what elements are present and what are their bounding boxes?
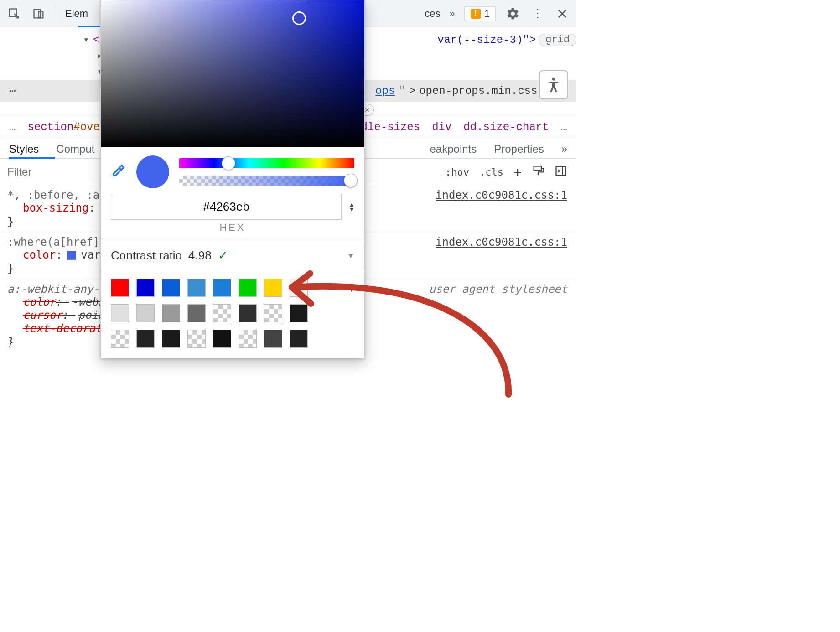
crumb[interactable]: div <box>432 121 451 133</box>
svg-point-3 <box>552 78 555 81</box>
palette-swatch[interactable] <box>264 304 282 322</box>
css-value: -webk <box>69 295 104 308</box>
tab-properties[interactable]: Properties <box>494 143 544 155</box>
palette-swatch[interactable] <box>213 304 231 322</box>
warning-icon <box>471 9 481 19</box>
palette-swatch[interactable] <box>111 304 129 322</box>
tab-elements[interactable]: Elem <box>65 8 88 20</box>
palette-swatch[interactable] <box>162 330 180 348</box>
contrast-value: 4.98 <box>188 249 212 263</box>
tab-sources-suffix[interactable]: ces <box>425 8 440 20</box>
contrast-section[interactable]: Contrast ratio 4.98 ✓ ▼ <box>101 240 364 271</box>
contrast-label: Contrast ratio <box>111 249 182 263</box>
color-swatch[interactable] <box>67 251 76 260</box>
hue-slider[interactable] <box>179 158 354 168</box>
text: open-props.min.css <box>419 85 537 97</box>
issues-badge[interactable]: 1 <box>464 6 496 21</box>
palette-swatch[interactable] <box>136 304 155 322</box>
current-color-preview <box>136 155 169 188</box>
format-spinner[interactable]: ▲▼ <box>349 202 354 212</box>
palette-swatch[interactable] <box>290 279 308 297</box>
select-element-icon[interactable] <box>6 6 22 21</box>
cls-toggle[interactable]: .cls <box>479 166 503 178</box>
toggle-sidebar-icon[interactable] <box>555 165 567 180</box>
palette-swatch[interactable] <box>290 304 308 322</box>
palette-swatch[interactable] <box>111 330 129 348</box>
svg-rect-5 <box>556 166 566 175</box>
palette-swatch[interactable] <box>187 330 206 348</box>
accessibility-button[interactable] <box>539 70 568 99</box>
color-picker: ▲▼ HEX Contrast ratio 4.98 ✓ ▼ ▲▼ <box>100 0 365 358</box>
saturation-cursor[interactable] <box>292 11 306 25</box>
palette-swatch[interactable] <box>187 304 206 322</box>
palette-spinner[interactable]: ▲▼ <box>349 283 354 292</box>
tabs-overflow[interactable]: » <box>450 8 455 20</box>
issues-count: 1 <box>484 8 490 20</box>
palette-swatch[interactable] <box>239 279 257 297</box>
new-rule-button[interactable]: + <box>513 164 522 180</box>
crumb-overflow[interactable]: … <box>561 121 567 133</box>
crumb[interactable]: dd.size-chart <box>463 121 549 133</box>
grid-badge[interactable]: grid <box>539 34 576 46</box>
palette-swatch[interactable] <box>162 279 180 297</box>
device-toggle-icon[interactable] <box>31 6 47 21</box>
alpha-slider[interactable] <box>179 176 354 186</box>
crumb[interactable]: dle-sizes <box>361 121 420 133</box>
palette-swatch[interactable] <box>239 330 257 348</box>
expand-icon[interactable]: ▼ <box>82 36 90 44</box>
close-icon[interactable] <box>555 6 570 21</box>
css-property: color <box>7 295 56 308</box>
palette-swatch[interactable] <box>187 279 206 297</box>
saturation-field[interactable] <box>101 0 364 147</box>
css-property: box-sizing <box>7 202 89 214</box>
palette-swatch[interactable] <box>136 330 155 348</box>
css-property: cursor <box>7 309 62 321</box>
check-icon: ✓ <box>218 249 228 263</box>
palette-swatch[interactable] <box>136 279 155 297</box>
attr-text: var(--size-3)"> <box>437 34 536 46</box>
palette-swatch[interactable] <box>264 279 282 297</box>
selector: a:-webkit-any-l <box>7 283 106 295</box>
palette-swatch[interactable] <box>213 279 231 297</box>
styles-actions: :hov .cls + <box>436 164 576 180</box>
tab-underline <box>9 157 55 159</box>
tab-breakpoints[interactable]: eakpoints <box>430 143 477 155</box>
crumb-overflow[interactable]: … <box>9 121 16 133</box>
ellipsis-icon: ⋯ <box>9 84 16 98</box>
svg-rect-1 <box>34 9 41 18</box>
color-format-label: HEX <box>101 222 364 240</box>
hov-toggle[interactable]: :hov <box>445 166 469 178</box>
rule-source-link[interactable]: index.c0c9081c.css:1 <box>436 189 567 202</box>
text: > <box>409 85 415 97</box>
hex-input[interactable] <box>111 194 342 220</box>
link-text: ops <box>375 85 395 97</box>
palette-swatch[interactable] <box>290 330 308 348</box>
rule-source-ua: user agent stylesheet <box>429 283 567 295</box>
selector: :where(a[href]) <box>7 236 106 249</box>
palette-swatch[interactable] <box>111 279 129 297</box>
chevron-down-icon[interactable]: ▼ <box>347 252 354 260</box>
palette-swatch[interactable] <box>213 330 231 348</box>
palette-swatch[interactable] <box>239 304 257 322</box>
svg-rect-2 <box>39 11 43 18</box>
selector: *, :before, :af <box>7 189 106 202</box>
paint-icon[interactable] <box>532 165 544 180</box>
rule-source-link[interactable]: index.c0c9081c.css:1 <box>436 236 567 249</box>
settings-icon[interactable] <box>505 6 521 21</box>
eyedropper-icon[interactable] <box>111 163 126 181</box>
svg-rect-4 <box>534 166 541 170</box>
palette-swatch[interactable] <box>162 304 180 322</box>
alpha-thumb[interactable] <box>344 174 357 187</box>
color-palette: ▲▼ <box>101 271 364 358</box>
tab-computed[interactable]: Comput <box>56 143 94 155</box>
crumb[interactable]: section#ove <box>27 121 99 133</box>
more-icon[interactable]: ⋮ <box>530 6 545 21</box>
hue-thumb[interactable] <box>222 157 235 170</box>
css-value: var <box>78 249 100 261</box>
css-property: color <box>7 249 56 261</box>
palette-swatch[interactable] <box>264 330 282 348</box>
tab-styles[interactable]: Styles <box>9 143 39 155</box>
tabs-overflow[interactable]: » <box>561 143 567 155</box>
